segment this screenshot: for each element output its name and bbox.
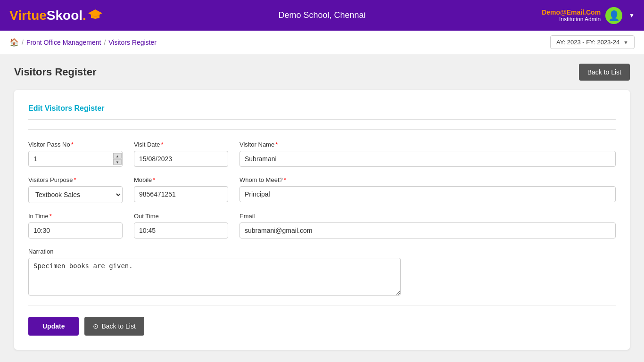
chevron-down-icon[interactable]: ▼ [629, 12, 635, 19]
visitors-purpose-group: Visitors Purpose* Textbook Sales Parent … [28, 176, 123, 203]
mobile-label: Mobile* [134, 176, 228, 183]
email-label: Email [239, 213, 616, 220]
out-time-group: Out Time [134, 213, 228, 239]
email-input[interactable] [239, 222, 616, 239]
mobile-input[interactable] [134, 186, 228, 202]
fy-label: AY: 2023 - FY: 2023-24 [556, 39, 619, 46]
header-user-section[interactable]: Demo@Email.Com Institution Admin 👤 ▼ [542, 7, 635, 24]
visitor-pass-no-label: Visitor Pass No* [28, 141, 123, 148]
back-to-list-label: Back to List [101, 322, 135, 330]
in-time-group: In Time* [28, 213, 123, 239]
visit-date-label: Visit Date* [134, 141, 228, 148]
fy-selector[interactable]: AY: 2023 - FY: 2023-24 ▼ [550, 35, 635, 49]
form-row-3: In Time* Out Time Email [28, 213, 616, 239]
avatar[interactable]: 👤 [605, 7, 622, 24]
form-divider [28, 129, 616, 130]
in-time-label: In Time* [28, 213, 123, 220]
number-spinners: ▲ ▼ [113, 153, 122, 165]
whom-to-meet-input[interactable] [239, 186, 616, 202]
breadcrumb: 🏠 / Front Office Management / Visitors R… [9, 38, 157, 47]
email-group: Email [239, 213, 616, 239]
breadcrumb-separator-2: / [104, 39, 106, 46]
logo: VirtueSkool. [9, 8, 102, 23]
spinner-down[interactable]: ▼ [113, 159, 122, 165]
required-marker-6: * [284, 176, 286, 183]
breadcrumb-front-office[interactable]: Front Office Management [26, 39, 101, 46]
required-marker: * [71, 141, 74, 148]
visitor-name-input[interactable] [239, 151, 616, 167]
user-info: Demo@Email.Com Institution Admin [542, 8, 601, 23]
visitor-pass-no-wrapper: ▲ ▼ [28, 151, 123, 167]
header: VirtueSkool. Demo School, Chennai Demo@E… [0, 0, 644, 31]
logo-skool: Skool [47, 8, 83, 23]
page-title: Visitors Register [14, 66, 96, 78]
user-email: Demo@Email.Com [542, 8, 601, 16]
form-card: Edit Visitors Register Visitor Pass No* … [14, 90, 630, 350]
logo-virtue: Virtue [9, 8, 47, 23]
visit-date-group: Visit Date* [134, 141, 228, 167]
mobile-group: Mobile* [134, 176, 228, 203]
visit-date-input[interactable] [134, 151, 228, 167]
narration-group: Narration Specimen books are given. [28, 248, 616, 296]
update-button[interactable]: Update [28, 317, 79, 336]
back-to-list-button[interactable]: ⊙ Back to List [84, 317, 144, 336]
breadcrumb-current-page: Visitors Register [108, 39, 157, 46]
form-row-2: Visitors Purpose* Textbook Sales Parent … [28, 176, 616, 203]
user-icon: 👤 [608, 10, 620, 21]
visitor-pass-no-input[interactable] [28, 151, 123, 167]
in-time-input[interactable] [28, 222, 123, 239]
spinner-up[interactable]: ▲ [113, 153, 122, 159]
fy-dropdown-arrow: ▼ [623, 40, 628, 45]
out-time-input[interactable] [134, 222, 228, 239]
page-header: Visitors Register Back to List [14, 64, 630, 81]
out-time-label: Out Time [134, 213, 228, 220]
required-marker-7: * [50, 213, 52, 220]
form-bottom-divider [28, 305, 616, 305]
whom-to-meet-group: Whom to Meet?* [239, 176, 616, 203]
school-name: Demo School, Chennai [278, 10, 365, 20]
breadcrumb-bar: 🏠 / Front Office Management / Visitors R… [0, 31, 644, 54]
required-marker-3: * [275, 141, 278, 148]
logo-text: VirtueSkool. [9, 8, 86, 23]
whom-to-meet-label: Whom to Meet?* [239, 176, 616, 183]
back-to-list-top-button[interactable]: Back to List [579, 64, 630, 81]
visitors-purpose-label: Visitors Purpose* [28, 176, 123, 183]
logo-dot: . [83, 8, 86, 23]
required-marker-2: * [161, 141, 163, 148]
breadcrumb-separator-1: / [22, 39, 24, 46]
form-section-title: Edit Visitors Register [28, 104, 616, 120]
visitor-name-label: Visitor Name* [239, 141, 616, 148]
form-actions: Update ⊙ Back to List [28, 317, 616, 336]
user-role: Institution Admin [542, 16, 601, 23]
graduation-cap-icon [88, 8, 102, 19]
back-circle-icon: ⊙ [93, 322, 99, 330]
narration-textarea[interactable]: Specimen books are given. [28, 258, 401, 296]
required-marker-4: * [74, 176, 76, 183]
visitor-pass-no-group: Visitor Pass No* ▲ ▼ [28, 141, 123, 167]
narration-label: Narration [28, 248, 616, 255]
main-content: Visitors Register Back to List Edit Visi… [0, 54, 644, 359]
visitors-purpose-select[interactable]: Textbook Sales Parent Meeting Maintenanc… [28, 186, 123, 203]
svg-marker-0 [88, 9, 102, 17]
form-row-1: Visitor Pass No* ▲ ▼ Visit Date* [28, 141, 616, 167]
required-marker-5: * [153, 176, 155, 183]
home-icon[interactable]: 🏠 [9, 38, 19, 47]
visitor-name-group: Visitor Name* [239, 141, 616, 167]
